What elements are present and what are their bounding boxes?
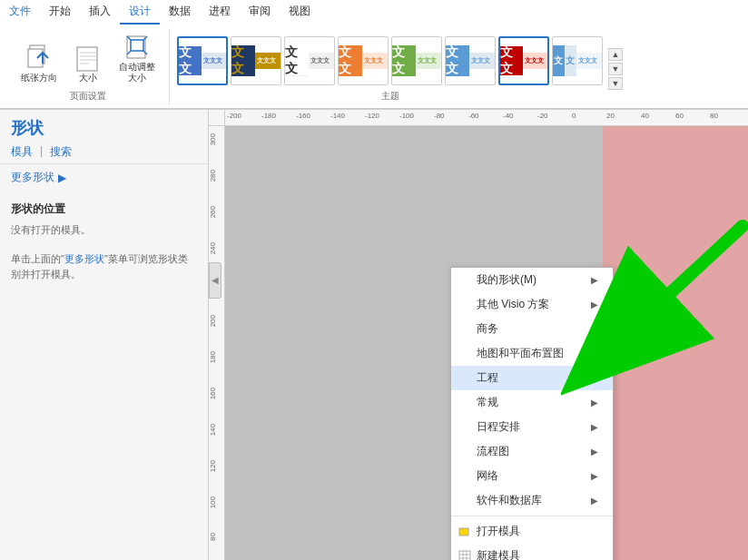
software-db-label: 软件和数据库 bbox=[477, 493, 542, 508]
theme-btn-5[interactable]: 文文 文文文 bbox=[391, 36, 442, 85]
menu-separator-1 bbox=[451, 516, 613, 516]
map-floor-arrow: ▶ bbox=[591, 349, 598, 359]
main-area: 形状 模具 | 搜索 更多形状 ▶ 形状的位置 没有打开的模具。 单击上面的"更… bbox=[0, 110, 748, 560]
network-arrow: ▶ bbox=[591, 471, 598, 481]
theme-btn-7[interactable]: 文文 文文文 bbox=[498, 36, 549, 85]
open-stencil-label: 打开模具 bbox=[477, 524, 520, 539]
ruler-vertical: 300 280 260 240 220 200 180 160 140 120 … bbox=[209, 126, 225, 560]
more-shapes-label: 更多形状 bbox=[11, 170, 54, 185]
menu-item-network[interactable]: 网络 ▶ bbox=[451, 464, 613, 488]
sidebar-collapse-handle[interactable]: ◀ bbox=[209, 262, 221, 299]
size-label: 大小 bbox=[79, 73, 97, 84]
theme-btn-6[interactable]: 文文 文文文 bbox=[445, 36, 496, 85]
theme-scroll: ▲ ▼ ▼ bbox=[608, 48, 623, 90]
pink-rectangle bbox=[603, 126, 748, 560]
flowchart-arrow: ▶ bbox=[591, 447, 598, 457]
my-shapes-arrow: ▶ bbox=[591, 275, 598, 285]
ribbon-tabs: 文件 开始 插入 设计 数据 进程 审阅 视图 bbox=[0, 0, 748, 25]
tab-data[interactable]: 数据 bbox=[160, 0, 200, 25]
context-menu: 我的形状(M) ▶ 其他 Visio 方案 ▶ 商务 ▶ 地图和平面布置图 bbox=[450, 267, 614, 560]
svg-rect-11 bbox=[459, 551, 470, 561]
sidebar: 形状 模具 | 搜索 更多形状 ▶ 形状的位置 没有打开的模具。 单击上面的"更… bbox=[0, 110, 209, 560]
ruler-horizontal: -200 -180 -160 -140 -120 -100 -80 -60 -4… bbox=[225, 110, 748, 126]
general-arrow: ▶ bbox=[591, 398, 598, 408]
page-setup-group-label: 页面设置 bbox=[70, 90, 106, 104]
collapse-icon: ◀ bbox=[212, 275, 219, 285]
orientation-label: 纸张方向 bbox=[21, 73, 57, 84]
sidebar-nav: 模具 | 搜索 bbox=[0, 141, 208, 164]
map-floor-label: 地图和平面布置图 bbox=[477, 346, 564, 361]
sidebar-section: 形状的位置 没有打开的模具。 单击上面的"更多形状"菜单可浏览形状类别并打开模具… bbox=[0, 191, 208, 287]
sidebar-title: 形状 bbox=[0, 110, 208, 141]
nav-search[interactable]: 搜索 bbox=[50, 144, 72, 160]
menu-item-software-db[interactable]: 软件和数据库 ▶ bbox=[451, 488, 613, 513]
section-text-2: 单击上面的"更多形状"菜单可浏览形状类别并打开模具。 bbox=[11, 251, 197, 283]
autofit-button[interactable]: 自动调整大小 bbox=[113, 28, 162, 88]
ruler-container: -200 -180 -160 -140 -120 -100 -80 -60 -4… bbox=[209, 110, 748, 560]
menu-item-open-stencil[interactable]: 打开模具 bbox=[451, 519, 613, 544]
nav-stencil[interactable]: 模具 bbox=[11, 144, 33, 160]
canvas-area: -200 -180 -160 -140 -120 -100 -80 -60 -4… bbox=[209, 110, 748, 560]
tab-review[interactable]: 审阅 bbox=[240, 0, 280, 25]
ruler-row-top: -200 -180 -160 -140 -120 -100 -80 -60 -4… bbox=[209, 110, 748, 126]
theme-btn-3[interactable]: 文文 文文文 bbox=[284, 36, 335, 85]
menu-item-engineering[interactable]: 工程 ▶ bbox=[451, 366, 613, 390]
menu-item-general[interactable]: 常规 ▶ bbox=[451, 390, 613, 415]
open-stencil-icon bbox=[457, 526, 473, 538]
menu-item-new-stencil[interactable]: 新建模具 bbox=[451, 544, 613, 560]
autofit-label: 自动调整大小 bbox=[119, 62, 155, 84]
ruler-corner bbox=[209, 110, 225, 126]
ribbon-group-page-setup: 纸张方向 大小 bbox=[7, 28, 170, 104]
size-button[interactable]: 大小 bbox=[67, 39, 109, 88]
general-label: 常规 bbox=[477, 395, 498, 410]
more-shapes-link[interactable]: 更多形状 bbox=[64, 253, 104, 264]
orientation-icon bbox=[25, 44, 54, 73]
menu-item-map-floor[interactable]: 地图和平面布置图 ▶ bbox=[451, 341, 613, 366]
ribbon-group-themes: 文文 文文文 文文 文文文 bbox=[170, 36, 630, 104]
autofit-icon bbox=[123, 33, 152, 62]
nav-separator: | bbox=[40, 144, 43, 160]
tab-process[interactable]: 进程 bbox=[200, 0, 240, 25]
section-text-1: 没有打开的模具。 bbox=[11, 222, 197, 239]
theme-scroll-more[interactable]: ▼ bbox=[608, 77, 623, 90]
more-shapes-btn[interactable]: 更多形状 ▶ bbox=[0, 164, 208, 191]
themes-group-label: 主题 bbox=[381, 90, 399, 104]
software-db-arrow: ▶ bbox=[591, 496, 598, 506]
new-stencil-icon bbox=[457, 550, 473, 561]
my-shapes-label: 我的形状(M) bbox=[477, 272, 536, 288]
tab-file[interactable]: 文件 bbox=[0, 0, 40, 25]
engineering-arrow: ▶ bbox=[591, 373, 598, 383]
menu-item-business[interactable]: 商务 ▶ bbox=[451, 317, 613, 341]
theme-btn-1[interactable]: 文文 文文文 bbox=[177, 36, 228, 85]
network-label: 网络 bbox=[477, 468, 498, 484]
flowchart-label: 流程图 bbox=[477, 444, 509, 459]
tab-design[interactable]: 设计 bbox=[120, 0, 160, 25]
theme-scroll-up[interactable]: ▲ bbox=[608, 48, 623, 61]
orientation-button[interactable]: 纸张方向 bbox=[15, 39, 64, 88]
menu-item-flowchart[interactable]: 流程图 ▶ bbox=[451, 439, 613, 464]
menu-item-schedule[interactable]: 日程安排 ▶ bbox=[451, 415, 613, 439]
menu-item-other-visio[interactable]: 其他 Visio 方案 ▶ bbox=[451, 292, 613, 317]
ribbon-content: 纸张方向 大小 bbox=[0, 25, 748, 109]
canvas-drawing[interactable]: 我的形状(M) ▶ 其他 Visio 方案 ▶ 商务 ▶ 地图和平面布置图 bbox=[225, 126, 748, 560]
tab-start[interactable]: 开始 bbox=[40, 0, 80, 25]
other-visio-arrow: ▶ bbox=[591, 300, 598, 309]
tab-insert[interactable]: 插入 bbox=[80, 0, 120, 25]
schedule-label: 日程安排 bbox=[477, 419, 520, 435]
ruler-body: 300 280 260 240 220 200 180 160 140 120 … bbox=[209, 126, 748, 560]
page-setup-buttons: 纸张方向 大小 bbox=[15, 28, 162, 88]
theme-scroll-down[interactable]: ▼ bbox=[608, 63, 623, 75]
engineering-label: 工程 bbox=[477, 370, 498, 386]
more-shapes-arrow: ▶ bbox=[58, 172, 66, 184]
section-title: 形状的位置 bbox=[11, 201, 197, 217]
other-visio-label: 其他 Visio 方案 bbox=[477, 297, 549, 312]
theme-btn-8[interactable]: 文 文 文文文 bbox=[552, 36, 603, 85]
business-arrow: ▶ bbox=[591, 324, 598, 334]
tab-view[interactable]: 视图 bbox=[280, 0, 320, 25]
svg-rect-3 bbox=[77, 47, 97, 71]
theme-btn-2[interactable]: 文文 文文文 bbox=[231, 36, 281, 85]
menu-item-my-shapes[interactable]: 我的形状(M) ▶ bbox=[451, 268, 613, 292]
theme-btn-4[interactable]: 文文 文文文 bbox=[338, 36, 389, 85]
svg-rect-1 bbox=[28, 49, 43, 67]
schedule-arrow: ▶ bbox=[591, 422, 598, 432]
